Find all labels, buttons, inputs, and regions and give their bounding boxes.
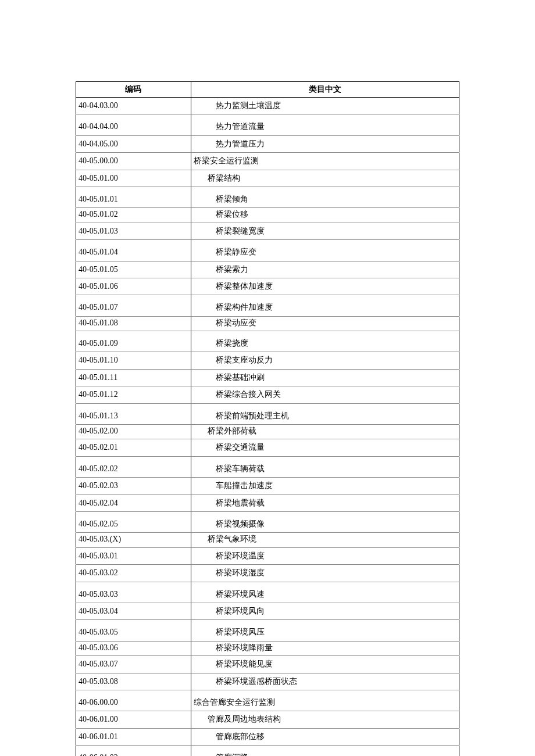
cell-code: 40-06.01.01 [76,728,191,745]
table-row: 40-04.03.00热力监测土壤温度 [76,98,459,114]
cell-code: 40-04.04.00 [76,114,191,135]
cell-code: 40-05.01.08 [76,316,191,331]
table-row: 40-05.01.01桥梁倾角 [76,187,459,207]
table-row: 40-05.01.04桥梁静应变 [76,240,459,261]
cell-code: 40-05.03.01 [76,547,191,564]
cell-name: 桥梁裂缝宽度 [191,223,459,239]
table-row: 40-05.01.08桥梁动应变 [76,316,459,331]
cell-name: 热力监测土壤温度 [191,98,459,114]
code-table: 编码 类目中文 40-04.03.00热力监测土壤温度40-04.04.00热力… [76,81,459,756]
table-row: 40-05.02.01桥梁交通流量 [76,439,459,456]
cell-name: 桥梁外部荷载 [191,425,459,439]
table-row: 40-05.01.13桥梁前端预处理主机 [76,403,459,424]
cell-name: 桥梁动应变 [191,316,459,331]
cell-code: 40-05.01.00 [76,170,191,187]
cell-name: 桥梁环境风速 [191,582,459,603]
table-row: 40-05.01.09桥梁挠度 [76,331,459,352]
cell-name: 桥梁环境风向 [191,603,459,619]
cell-code: 40-05.03.07 [76,656,191,673]
cell-name: 桥梁环境能见度 [191,656,459,673]
table-row: 40-05.03.(X)桥梁气象环境 [76,533,459,547]
table-row: 40-05.01.10桥梁支座动反力 [76,352,459,369]
table-row: 40-04.04.00热力管道流量 [76,114,459,135]
cell-name: 桥梁挠度 [191,331,459,352]
cell-code: 40-05.03.05 [76,620,191,641]
cell-code: 40-05.00.00 [76,153,191,170]
cell-name: 桥梁环境降雨量 [191,641,459,655]
cell-name: 桥梁静应变 [191,240,459,261]
cell-name: 桥梁倾角 [191,187,459,207]
table-row: 40-05.00.00桥梁安全运行监测 [76,153,459,170]
table-row: 40-05.02.02桥梁车辆荷载 [76,456,459,477]
table-row: 40-05.03.01桥梁环境温度 [76,547,459,564]
cell-code: 40-06.01.02 [76,746,191,756]
cell-code: 40-05.01.11 [76,369,191,386]
cell-name: 管廊底部位移 [191,728,459,745]
cell-code: 40-05.01.04 [76,240,191,261]
table-row: 40-05.01.12桥梁综合接入网关 [76,386,459,403]
cell-name: 桥梁支座动反力 [191,352,459,369]
table-row: 40-05.03.08桥梁环境遥感桥面状态 [76,673,459,690]
header-name: 类目中文 [191,82,459,98]
table-row: 40-06.01.01管廊底部位移 [76,728,459,745]
table-header-row: 编码 类目中文 [76,82,459,98]
cell-code: 40-05.02.03 [76,478,191,495]
table-row: 40-06.00.00综合管廊安全运行监测 [76,690,459,711]
cell-name: 车船撞击加速度 [191,478,459,495]
cell-name: 桥梁环境温度 [191,547,459,564]
table-row: 40-05.03.07桥梁环境能见度 [76,656,459,673]
cell-code: 40-05.02.05 [76,511,191,532]
cell-name: 桥梁索力 [191,261,459,278]
table-row: 40-05.03.06桥梁环境降雨量 [76,641,459,655]
cell-code: 40-06.00.00 [76,690,191,711]
cell-name: 桥梁环境湿度 [191,565,459,582]
cell-name: 综合管廊安全运行监测 [191,690,459,711]
cell-name: 桥梁环境风压 [191,620,459,641]
cell-code: 40-05.01.01 [76,187,191,207]
cell-code: 40-05.01.13 [76,403,191,424]
cell-name: 桥梁车辆荷载 [191,456,459,477]
cell-name: 桥梁地震荷载 [191,495,459,511]
cell-code: 40-05.02.02 [76,456,191,477]
cell-code: 40-05.03.(X) [76,533,191,547]
cell-code: 40-05.03.03 [76,582,191,603]
table-row: 40-05.01.06桥梁整体加速度 [76,278,459,295]
table-row: 40-05.03.05桥梁环境风压 [76,620,459,641]
cell-name: 管廊及周边地表结构 [191,711,459,728]
cell-code: 40-04.05.00 [76,135,191,152]
table-row: 40-04.05.00热力管道压力 [76,135,459,152]
table-row: 40-05.01.03桥梁裂缝宽度 [76,223,459,239]
cell-name: 桥梁视频摄像 [191,511,459,532]
cell-code: 40-05.03.04 [76,603,191,619]
cell-name: 桥梁气象环境 [191,533,459,547]
table-row: 40-05.02.04桥梁地震荷载 [76,495,459,511]
cell-code: 40-05.02.01 [76,439,191,456]
cell-code: 40-05.02.04 [76,495,191,511]
cell-name: 桥梁整体加速度 [191,278,459,295]
table-row: 40-05.02.05桥梁视频摄像 [76,511,459,532]
table-row: 40-05.02.00桥梁外部荷载 [76,425,459,439]
table-row: 40-05.03.02桥梁环境湿度 [76,565,459,582]
cell-name: 桥梁环境遥感桥面状态 [191,673,459,690]
cell-code: 40-05.01.07 [76,295,191,316]
header-code: 编码 [76,82,191,98]
table-row: 40-05.02.03车船撞击加速度 [76,478,459,495]
cell-code: 40-05.03.08 [76,673,191,690]
table-row: 40-06.01.00管廊及周边地表结构 [76,711,459,728]
table-row: 40-05.01.07桥梁构件加速度 [76,295,459,316]
table-row: 40-05.01.05桥梁索力 [76,261,459,278]
cell-code: 40-05.01.02 [76,208,191,223]
cell-name: 桥梁位移 [191,208,459,223]
cell-name: 桥梁基础冲刷 [191,369,459,386]
table-row: 40-06.01.02管廊沉降 [76,746,459,756]
cell-code: 40-05.01.12 [76,386,191,403]
cell-code: 40-05.01.03 [76,223,191,239]
cell-name: 桥梁构件加速度 [191,295,459,316]
table-row: 40-05.03.04桥梁环境风向 [76,603,459,619]
cell-code: 40-05.03.06 [76,641,191,655]
table-row: 40-05.01.00桥梁结构 [76,170,459,187]
cell-code: 40-06.01.00 [76,711,191,728]
cell-name: 桥梁综合接入网关 [191,386,459,403]
cell-code: 40-05.03.02 [76,565,191,582]
cell-name: 管廊沉降 [191,746,459,756]
